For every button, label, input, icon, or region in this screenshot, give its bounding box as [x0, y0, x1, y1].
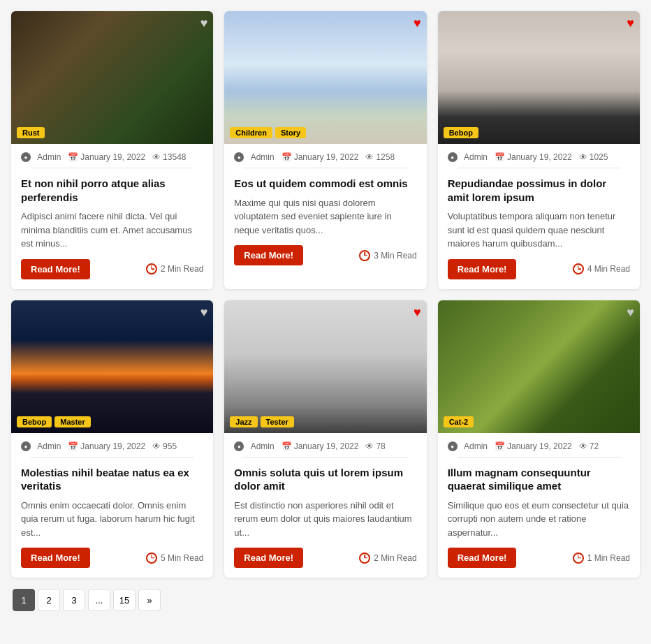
card-body: Admin📅 January 19, 2022👁 1258Eos ut quid… — [224, 144, 426, 275]
views-meta: 👁 955 — [152, 441, 177, 451]
card-body: Admin📅 January 19, 2022👁 13548Et non nih… — [11, 144, 213, 289]
page-button-3[interactable]: 3 — [63, 589, 85, 611]
card-footer: Read More!4 Min Read — [448, 259, 630, 279]
read-more-button[interactable]: Read More! — [21, 259, 90, 279]
divider — [31, 457, 193, 458]
clock-icon — [359, 552, 370, 564]
eye-icon: 👁 — [152, 152, 161, 162]
author-name: Admin — [464, 441, 488, 451]
min-read: 4 Min Read — [573, 263, 630, 275]
author-name: Admin — [251, 152, 275, 162]
card-tag[interactable]: Bebop — [444, 127, 478, 138]
article-card-2: ♥ChildrenStory Admin📅 January 19, 2022👁 … — [224, 11, 426, 289]
favorite-button[interactable]: ♥ — [627, 17, 634, 29]
card-tags: BebopMaster — [17, 416, 91, 427]
card-image-wrap: ♥Cat-2 — [438, 300, 640, 433]
card-excerpt: Maxime qui quis nisi quasi dolorem volup… — [234, 196, 416, 237]
page-button-15[interactable]: 15 — [113, 589, 136, 611]
page-button-...[interactable]: ... — [88, 589, 110, 611]
card-image-wrap: ♥BebopMaster — [11, 300, 213, 433]
favorite-button[interactable]: ♥ — [414, 306, 421, 319]
page-button-1[interactable]: 1 — [13, 589, 35, 611]
view-count: 13548 — [163, 152, 186, 162]
views-meta: 👁 72 — [579, 441, 599, 451]
card-tag[interactable]: Bebop — [17, 416, 52, 427]
card-body: Admin📅 January 19, 2022👁 72Illum magnam … — [438, 433, 640, 578]
card-tag[interactable]: Cat-2 — [444, 416, 474, 427]
read-more-button[interactable]: Read More! — [21, 548, 90, 568]
divider — [31, 168, 193, 168]
calendar-icon: 📅 — [68, 441, 78, 451]
page-button-»[interactable]: » — [138, 589, 161, 611]
min-read: 2 Min Read — [146, 263, 203, 275]
views-meta: 👁 1025 — [579, 152, 608, 162]
favorite-button[interactable]: ♥ — [200, 306, 208, 319]
read-more-button[interactable]: Read More! — [234, 548, 303, 568]
read-more-button[interactable]: Read More! — [448, 548, 517, 568]
card-footer: Read More!2 Min Read — [21, 259, 203, 279]
card-tags: JazzTester — [230, 416, 293, 427]
card-image — [438, 11, 640, 144]
eye-icon: 👁 — [365, 441, 374, 451]
card-tag[interactable]: Jazz — [230, 416, 257, 427]
card-title: Et non nihil porro atque alias perferend… — [21, 177, 203, 204]
clock-icon — [146, 552, 157, 564]
clock-icon — [573, 552, 584, 564]
card-tag[interactable]: Children — [230, 127, 272, 138]
article-card-3: ♥Bebop Admin📅 January 19, 2022👁 1025Repu… — [438, 11, 640, 289]
author-name: Admin — [464, 152, 488, 162]
card-image — [224, 300, 426, 433]
view-count: 1258 — [376, 152, 395, 162]
eye-icon: 👁 — [365, 152, 374, 162]
calendar-icon: 📅 — [281, 441, 292, 451]
card-excerpt: Omnis enim occaecati dolor. Omnis enim q… — [21, 499, 203, 540]
favorite-button[interactable]: ♥ — [627, 306, 634, 319]
date-meta: 📅 January 19, 2022 — [68, 152, 145, 162]
divider — [244, 457, 407, 458]
clock-icon — [359, 250, 370, 261]
card-meta: Admin📅 January 19, 2022👁 13548 — [21, 152, 203, 162]
date-meta: 📅 January 19, 2022 — [281, 441, 359, 451]
card-image-wrap: ♥Bebop — [438, 11, 640, 144]
card-tag[interactable]: Rust — [17, 127, 45, 138]
favorite-button[interactable]: ♥ — [414, 17, 421, 29]
author-name: Admin — [37, 441, 61, 451]
card-excerpt: Voluptatibus tempora aliquam non tenetur… — [448, 210, 630, 251]
user-icon — [21, 441, 31, 451]
author-name: Admin — [251, 441, 275, 451]
author-name: Admin — [37, 152, 61, 162]
card-tag[interactable]: Story — [275, 127, 306, 138]
user-icon — [234, 441, 244, 451]
min-read: 2 Min Read — [359, 552, 416, 564]
card-tag[interactable]: Tester — [261, 416, 294, 427]
article-card-4: ♥BebopMaster Admin📅 January 19, 2022👁 95… — [11, 300, 213, 578]
min-read: 5 Min Read — [146, 552, 203, 564]
divider — [244, 168, 407, 168]
card-title: Eos ut quidem commodi est omnis — [234, 177, 416, 191]
author-meta: Admin — [21, 152, 61, 162]
card-tag[interactable]: Master — [54, 416, 90, 427]
views-meta: 👁 78 — [365, 441, 385, 451]
card-meta: Admin📅 January 19, 2022👁 1025 — [448, 152, 630, 162]
post-date: January 19, 2022 — [80, 152, 145, 162]
date-meta: 📅 January 19, 2022 — [68, 441, 145, 451]
author-meta: Admin — [448, 441, 488, 451]
user-icon — [21, 152, 31, 162]
clock-icon — [573, 263, 584, 275]
view-count: 72 — [590, 441, 599, 451]
card-tags: Cat-2 — [444, 416, 474, 427]
min-read: 3 Min Read — [359, 250, 416, 261]
card-footer: Read More!1 Min Read — [448, 548, 630, 568]
card-body: Admin📅 January 19, 2022👁 78Omnis soluta … — [224, 433, 426, 578]
min-read: 1 Min Read — [573, 552, 630, 564]
divider — [458, 457, 620, 458]
calendar-icon: 📅 — [281, 152, 292, 162]
read-more-button[interactable]: Read More! — [234, 245, 303, 265]
card-image — [224, 11, 426, 144]
card-body: Admin📅 January 19, 2022👁 1025Repudiandae… — [438, 144, 640, 289]
card-image-wrap: ♥ChildrenStory — [224, 11, 426, 144]
favorite-button[interactable]: ♥ — [200, 17, 208, 29]
read-more-button[interactable]: Read More! — [448, 259, 517, 279]
page-button-2[interactable]: 2 — [38, 589, 60, 611]
post-date: January 19, 2022 — [507, 152, 572, 162]
